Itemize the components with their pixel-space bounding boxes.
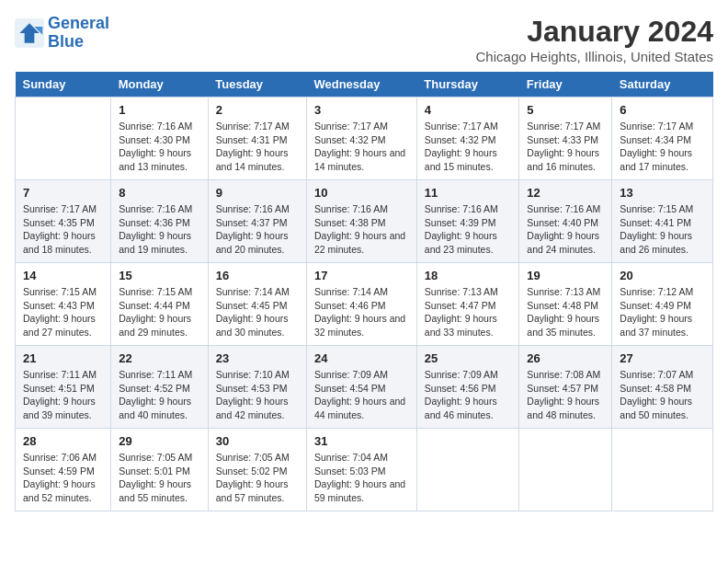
day-number: 4 bbox=[425, 103, 511, 117]
day-info: Sunrise: 7:05 AMSunset: 5:01 PMDaylight:… bbox=[119, 451, 200, 505]
day-info: Sunrise: 7:11 AMSunset: 4:51 PMDaylight:… bbox=[23, 368, 103, 422]
calendar-cell: 11Sunrise: 7:16 AMSunset: 4:39 PMDayligh… bbox=[416, 180, 518, 263]
col-header-saturday: Saturday bbox=[612, 72, 713, 98]
calendar-cell: 6Sunrise: 7:17 AMSunset: 4:34 PMDaylight… bbox=[612, 98, 713, 180]
day-info: Sunrise: 7:16 AMSunset: 4:37 PMDaylight:… bbox=[216, 202, 299, 257]
calendar-cell: 8Sunrise: 7:16 AMSunset: 4:36 PMDaylight… bbox=[111, 180, 209, 263]
main-title: January 2024 bbox=[476, 15, 713, 49]
calendar-cell: 29Sunrise: 7:05 AMSunset: 5:01 PMDayligh… bbox=[111, 429, 209, 511]
logo-blue: Blue bbox=[48, 32, 84, 51]
day-info: Sunrise: 7:15 AMSunset: 4:44 PMDaylight:… bbox=[119, 285, 200, 339]
day-number: 27 bbox=[620, 351, 705, 365]
day-info: Sunrise: 7:15 AMSunset: 4:41 PMDaylight:… bbox=[620, 202, 705, 257]
calendar-cell bbox=[416, 429, 518, 511]
calendar-cell: 26Sunrise: 7:08 AMSunset: 4:57 PMDayligh… bbox=[519, 346, 612, 429]
col-header-friday: Friday bbox=[519, 72, 612, 98]
day-info: Sunrise: 7:16 AMSunset: 4:38 PMDaylight:… bbox=[314, 202, 409, 257]
calendar-cell: 15Sunrise: 7:15 AMSunset: 4:44 PMDayligh… bbox=[111, 263, 209, 346]
logo: General Blue bbox=[15, 15, 109, 52]
day-number: 7 bbox=[23, 186, 103, 200]
day-info: Sunrise: 7:13 AMSunset: 4:47 PMDaylight:… bbox=[425, 285, 511, 339]
subtitle: Chicago Heights, Illinois, United States bbox=[476, 49, 713, 64]
calendar-week-row: 28Sunrise: 7:06 AMSunset: 4:59 PMDayligh… bbox=[16, 429, 713, 511]
calendar-cell: 17Sunrise: 7:14 AMSunset: 4:46 PMDayligh… bbox=[306, 263, 416, 346]
day-info: Sunrise: 7:10 AMSunset: 4:53 PMDaylight:… bbox=[216, 368, 299, 422]
calendar-cell: 5Sunrise: 7:17 AMSunset: 4:33 PMDaylight… bbox=[519, 98, 612, 180]
day-info: Sunrise: 7:17 AMSunset: 4:32 PMDaylight:… bbox=[425, 120, 511, 174]
col-header-thursday: Thursday bbox=[416, 72, 518, 98]
day-number: 26 bbox=[527, 351, 604, 365]
calendar-cell: 20Sunrise: 7:12 AMSunset: 4:49 PMDayligh… bbox=[612, 263, 713, 346]
calendar-cell bbox=[612, 429, 713, 511]
day-number: 14 bbox=[23, 269, 103, 282]
calendar-cell: 7Sunrise: 7:17 AMSunset: 4:35 PMDaylight… bbox=[16, 180, 111, 263]
day-number: 17 bbox=[314, 269, 409, 282]
calendar-cell: 16Sunrise: 7:14 AMSunset: 4:45 PMDayligh… bbox=[208, 263, 306, 346]
logo-icon bbox=[15, 18, 44, 48]
day-number: 9 bbox=[216, 186, 299, 200]
page-header: General Blue January 2024 Chicago Height… bbox=[15, 15, 713, 64]
day-info: Sunrise: 7:09 AMSunset: 4:56 PMDaylight:… bbox=[425, 368, 511, 422]
calendar-cell: 10Sunrise: 7:16 AMSunset: 4:38 PMDayligh… bbox=[306, 180, 416, 263]
day-info: Sunrise: 7:16 AMSunset: 4:30 PMDaylight:… bbox=[119, 120, 200, 174]
day-number: 1 bbox=[119, 103, 200, 117]
calendar-cell: 21Sunrise: 7:11 AMSunset: 4:51 PMDayligh… bbox=[16, 346, 111, 429]
calendar-cell: 9Sunrise: 7:16 AMSunset: 4:37 PMDaylight… bbox=[208, 180, 306, 263]
calendar-week-row: 14Sunrise: 7:15 AMSunset: 4:43 PMDayligh… bbox=[16, 263, 713, 346]
calendar-cell: 28Sunrise: 7:06 AMSunset: 4:59 PMDayligh… bbox=[16, 429, 111, 511]
day-number: 8 bbox=[119, 186, 200, 200]
day-info: Sunrise: 7:14 AMSunset: 4:46 PMDaylight:… bbox=[314, 285, 409, 339]
calendar-cell: 1Sunrise: 7:16 AMSunset: 4:30 PMDaylight… bbox=[111, 98, 209, 180]
calendar-cell bbox=[16, 98, 111, 180]
calendar-cell: 2Sunrise: 7:17 AMSunset: 4:31 PMDaylight… bbox=[208, 98, 306, 180]
day-number: 28 bbox=[23, 434, 103, 448]
day-number: 22 bbox=[119, 351, 200, 365]
day-number: 29 bbox=[119, 434, 200, 448]
col-header-sunday: Sunday bbox=[16, 72, 111, 98]
calendar-cell: 18Sunrise: 7:13 AMSunset: 4:47 PMDayligh… bbox=[416, 263, 518, 346]
day-info: Sunrise: 7:17 AMSunset: 4:31 PMDaylight:… bbox=[216, 120, 299, 174]
day-number: 21 bbox=[23, 351, 103, 365]
day-number: 13 bbox=[620, 186, 705, 200]
col-header-monday: Monday bbox=[111, 72, 209, 98]
day-number: 30 bbox=[216, 434, 299, 448]
day-number: 11 bbox=[425, 186, 511, 200]
day-number: 19 bbox=[527, 269, 604, 282]
day-number: 6 bbox=[620, 103, 705, 117]
day-number: 3 bbox=[314, 103, 409, 117]
day-info: Sunrise: 7:09 AMSunset: 4:54 PMDaylight:… bbox=[314, 368, 409, 422]
calendar-cell: 23Sunrise: 7:10 AMSunset: 4:53 PMDayligh… bbox=[208, 346, 306, 429]
calendar-cell: 3Sunrise: 7:17 AMSunset: 4:32 PMDaylight… bbox=[306, 98, 416, 180]
day-info: Sunrise: 7:07 AMSunset: 4:58 PMDaylight:… bbox=[620, 368, 705, 422]
logo-general: General bbox=[48, 14, 109, 32]
day-number: 24 bbox=[314, 351, 409, 365]
calendar-cell: 14Sunrise: 7:15 AMSunset: 4:43 PMDayligh… bbox=[16, 263, 111, 346]
day-info: Sunrise: 7:08 AMSunset: 4:57 PMDaylight:… bbox=[527, 368, 604, 422]
day-info: Sunrise: 7:14 AMSunset: 4:45 PMDaylight:… bbox=[216, 285, 299, 339]
day-info: Sunrise: 7:11 AMSunset: 4:52 PMDaylight:… bbox=[119, 368, 200, 422]
day-info: Sunrise: 7:17 AMSunset: 4:32 PMDaylight:… bbox=[314, 120, 409, 174]
day-number: 25 bbox=[425, 351, 511, 365]
calendar-week-row: 21Sunrise: 7:11 AMSunset: 4:51 PMDayligh… bbox=[16, 346, 713, 429]
col-header-wednesday: Wednesday bbox=[306, 72, 416, 98]
day-number: 16 bbox=[216, 269, 299, 282]
calendar-header-row: SundayMondayTuesdayWednesdayThursdayFrid… bbox=[16, 72, 713, 98]
day-number: 18 bbox=[425, 269, 511, 282]
calendar-table: SundayMondayTuesdayWednesdayThursdayFrid… bbox=[15, 72, 713, 511]
day-info: Sunrise: 7:04 AMSunset: 5:03 PMDaylight:… bbox=[314, 451, 409, 505]
calendar-week-row: 1Sunrise: 7:16 AMSunset: 4:30 PMDaylight… bbox=[16, 98, 713, 180]
day-info: Sunrise: 7:12 AMSunset: 4:49 PMDaylight:… bbox=[620, 285, 705, 339]
day-info: Sunrise: 7:17 AMSunset: 4:34 PMDaylight:… bbox=[620, 120, 705, 174]
day-number: 23 bbox=[216, 351, 299, 365]
day-info: Sunrise: 7:05 AMSunset: 5:02 PMDaylight:… bbox=[216, 451, 299, 505]
day-info: Sunrise: 7:16 AMSunset: 4:40 PMDaylight:… bbox=[527, 202, 604, 257]
day-info: Sunrise: 7:15 AMSunset: 4:43 PMDaylight:… bbox=[23, 285, 103, 339]
calendar-cell: 4Sunrise: 7:17 AMSunset: 4:32 PMDaylight… bbox=[416, 98, 518, 180]
day-info: Sunrise: 7:16 AMSunset: 4:39 PMDaylight:… bbox=[425, 202, 511, 257]
day-number: 2 bbox=[216, 103, 299, 117]
col-header-tuesday: Tuesday bbox=[208, 72, 306, 98]
day-number: 31 bbox=[314, 434, 409, 448]
day-info: Sunrise: 7:17 AMSunset: 4:33 PMDaylight:… bbox=[527, 120, 604, 174]
calendar-cell: 24Sunrise: 7:09 AMSunset: 4:54 PMDayligh… bbox=[306, 346, 416, 429]
day-info: Sunrise: 7:17 AMSunset: 4:35 PMDaylight:… bbox=[23, 202, 103, 257]
